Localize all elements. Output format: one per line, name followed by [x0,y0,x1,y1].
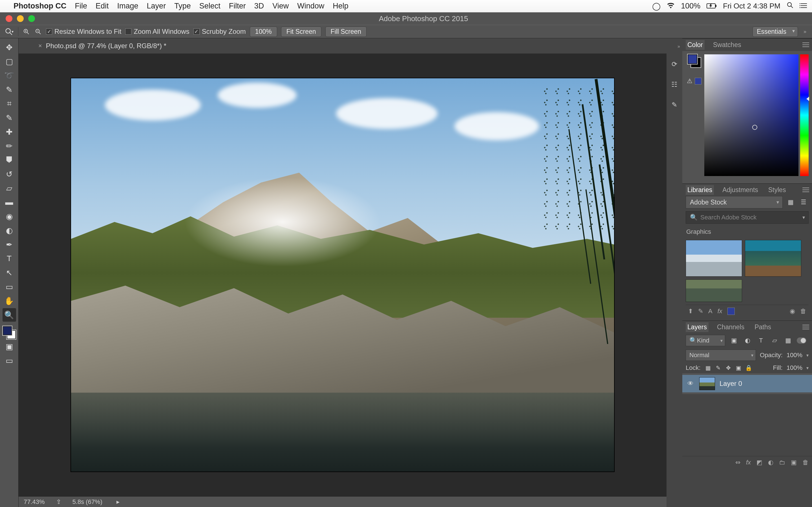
gradient-tool-icon[interactable]: ▬ [3,195,16,209]
status-timing[interactable]: 5.8s (67%) [72,498,102,506]
library-preview-icon[interactable]: ◉ [790,307,795,315]
web-safe-swatch[interactable] [695,78,702,84]
properties-panel-icon[interactable]: ☷ [669,79,679,90]
filter-pixel-icon[interactable]: ▣ [729,336,739,345]
history-brush-tool-icon[interactable]: ↺ [3,167,16,181]
shape-tool-icon[interactable]: ▭ [3,280,16,293]
layer-row[interactable]: 👁 Layer 0 [682,375,812,392]
adjustment-layer-icon[interactable]: ◐ [768,459,773,466]
path-select-tool-icon[interactable]: ↖ [3,266,16,279]
layer-mask-icon[interactable]: ◩ [756,459,762,466]
panel-menu-icon[interactable] [802,43,809,47]
workspace-dropdown[interactable]: Essentials [753,26,798,37]
tab-libraries[interactable]: Libraries [686,185,714,195]
spotlight-icon[interactable] [786,2,794,10]
stamp-tool-icon[interactable]: ⛊ [3,153,16,167]
menu-select[interactable]: Select [199,2,220,10]
library-asset-thumb[interactable] [745,240,801,277]
link-layers-icon[interactable]: ⇔ [735,459,741,466]
lock-all-icon[interactable]: 🔒 [745,364,753,372]
crop-tool-icon[interactable]: ⌗ [3,97,16,110]
lock-pixels-icon[interactable]: ✎ [715,364,722,372]
tab-styles[interactable]: Styles [767,185,788,195]
scrubby-zoom-checkbox[interactable]: Scrubby Zoom [193,27,246,36]
app-name[interactable]: Photoshop CC [13,2,66,10]
brush-tool-icon[interactable]: ✏ [3,139,16,153]
opacity-value[interactable]: 100% [786,351,802,359]
resize-windows-checkbox[interactable]: Resize Windows to Fit [46,27,121,36]
library-trash-icon[interactable]: 🗑 [800,307,806,315]
lock-artboard-icon[interactable]: ▣ [735,364,742,372]
foreground-background-swatch[interactable] [3,326,16,339]
filter-smart-icon[interactable]: ▦ [783,336,793,345]
zoom-in-icon[interactable] [22,27,30,36]
fill-value[interactable]: 100% [786,364,802,372]
tab-channels[interactable]: Channels [715,322,746,332]
expand-panels-icon[interactable]: » [802,29,808,35]
tab-adjustments[interactable]: Adjustments [721,185,760,195]
quick-select-tool-icon[interactable]: ✎ [3,83,16,96]
menu-window[interactable]: Window [297,2,324,10]
tab-layers[interactable]: Layers [686,322,709,332]
menu-help[interactable]: Help [333,2,349,10]
add-color-icon[interactable] [727,307,735,315]
library-search-input[interactable]: 🔍 Search Adobe Stock [686,211,809,224]
window-close-button[interactable] [6,15,12,22]
color-panel-swatch[interactable] [688,54,701,67]
window-zoom-button[interactable] [28,15,35,22]
delete-layer-icon[interactable]: 🗑 [802,459,809,466]
menu-image[interactable]: Image [117,2,139,10]
zoom-all-windows-checkbox[interactable]: Zoom All Windows [125,27,189,36]
hand-tool-icon[interactable]: ✋ [3,294,16,307]
library-asset-thumb[interactable] [686,279,742,302]
move-tool-icon[interactable]: ✥ [3,41,16,54]
new-layer-icon[interactable]: ▣ [791,459,797,466]
document-canvas[interactable] [70,78,615,472]
menu-type[interactable]: Type [174,2,191,10]
dock-expand-icon[interactable]: » [677,44,682,49]
hue-slider[interactable] [800,54,809,176]
status-flyout-icon[interactable]: ▸ [116,498,119,506]
list-view-icon[interactable]: ☰ [799,197,809,207]
zoom-tool-icon[interactable]: 🔍 [3,308,16,322]
wifi-icon[interactable] [667,2,675,10]
blend-mode-dropdown[interactable]: Normal [686,349,756,361]
lasso-tool-icon[interactable]: ➰ [3,69,16,82]
healing-tool-icon[interactable]: ✚ [3,125,16,138]
gamut-warning-icon[interactable]: ⚠ [687,77,693,85]
filter-toggle[interactable] [797,337,806,344]
layer-group-icon[interactable]: 🗀 [779,459,785,466]
creative-cloud-icon[interactable]: ◯ [652,2,661,11]
zoom-out-icon[interactable] [34,27,42,36]
panel-menu-icon[interactable] [802,187,809,192]
layer-fx-icon[interactable]: fx [746,459,751,466]
window-minimize-button[interactable] [17,15,24,22]
tab-color[interactable]: Color [686,40,705,50]
color-field[interactable] [704,54,799,176]
panel-menu-icon[interactable] [802,325,809,329]
grid-view-icon[interactable]: ▦ [785,197,796,207]
filter-adjustment-icon[interactable]: ◐ [743,336,752,345]
eyedropper-tool-icon[interactable]: ✎ [3,111,16,124]
status-share-icon[interactable]: ⇪ [56,498,61,506]
filter-shape-icon[interactable]: ▱ [770,336,779,345]
zoom-100-button[interactable]: 100% [250,26,277,37]
layer-thumbnail[interactable] [699,377,715,390]
close-tab-icon[interactable]: × [38,42,42,50]
type-tool-icon[interactable]: T [3,252,16,265]
add-char-style-icon[interactable]: A [708,307,712,315]
library-source-dropdown[interactable]: Adobe Stock [686,196,783,209]
add-graphic-icon[interactable]: ⬆ [688,307,693,315]
lock-transparent-icon[interactable]: ▦ [705,364,712,372]
history-panel-icon[interactable]: ⟳ [669,59,679,69]
menu-file[interactable]: File [75,2,87,10]
layer-filter-kind-dropdown[interactable]: 🔍Kind [686,335,725,346]
eraser-tool-icon[interactable]: ▱ [3,181,16,195]
fit-screen-button[interactable]: Fit Screen [281,26,321,37]
marquee-tool-icon[interactable]: ▢ [3,55,16,68]
menu-layer[interactable]: Layer [147,2,166,10]
menu-3d[interactable]: 3D [254,2,264,10]
pen-tool-icon[interactable]: ✒ [3,238,16,251]
menu-list-icon[interactable] [800,2,807,10]
brushes-panel-icon[interactable]: ✎ [669,100,679,110]
